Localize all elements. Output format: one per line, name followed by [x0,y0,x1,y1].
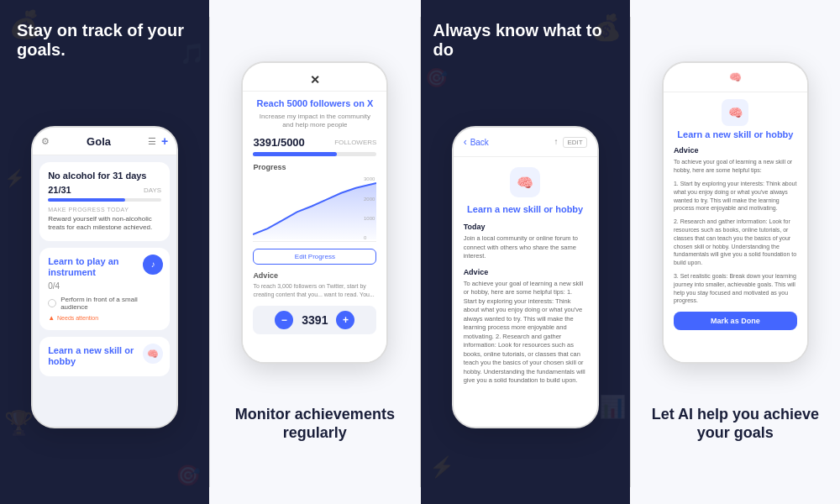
p1-add-icon[interactable]: + [161,134,168,148]
p3-header-actions: ↑ EDIT [554,137,586,148]
chart-label-1000: 1000 [364,216,375,221]
p2-followers-label: FOLLOWERS [334,139,376,146]
p2-advice-label: Advice [243,271,386,280]
chart-label-0: 0 [364,235,375,240]
panel-3: 💰 🎯 📊 ⚡ Always know what to do ‹ Back ↑ … [421,0,630,504]
p4-goal-title: Learn a new skill or hobby [664,129,807,139]
p1-music-icon: ♪ [143,255,163,275]
p1-progress-track [48,198,161,202]
app-container: 💰 🎵 🏆 🎯 ⚡ Stay on track of your goals. ⚙… [0,0,840,504]
p1-attention-row: ▲ Needs attention [48,314,161,322]
panel-1: 💰 🎵 🏆 🎯 ⚡ Stay on track of your goals. ⚙… [0,0,209,504]
p1-tip: Reward yourself with non-alcoholic treat… [48,215,161,233]
p2-goal-title: Reach 5000 followers on X [243,92,386,112]
p3-advice-text: To achieve your goal of learning a new s… [464,280,587,386]
p2-plus-btn[interactable]: + [336,311,354,329]
p4-advice-2: 2. Research and gather information: Look… [664,218,807,267]
p3-header: ‹ Back ↑ EDIT [454,128,597,157]
p4-mark-done-btn[interactable]: Mark as Done [674,312,797,330]
p3-goal-icon: 🧠 [510,167,540,197]
panel2-headline: Monitor achievements regularly [210,406,419,442]
panel3-phone: ‹ Back ↑ EDIT 🧠 Learn a new skill or hob… [452,126,599,428]
p3-back-label: Back [470,138,489,147]
p4-goal-icon: 🧠 [722,99,748,126]
panel2-phone: ✕ Reach 5000 followers on X Increase my … [241,61,388,364]
p2-x-icon: ✕ [310,73,320,87]
p1-title: Gola [87,135,111,148]
p1-alert-icon: ▲ [48,314,55,322]
p2-progress-label: Progress [243,163,386,171]
p3-edit-btn[interactable]: EDIT [563,137,586,148]
p1-make-progress-label: MAKE PROGRESS TODAY [48,207,161,213]
p2-chart: 3000 2000 1000 0 [253,175,376,242]
p1-header: ⚙ Gola ☰ + [33,128,176,155]
p1-card-instrument: ♪ Learn to play an instrument 0/4 Perfor… [39,248,170,330]
p2-minus-btn[interactable]: − [275,311,293,329]
p1-alcohol-progress: 21/31 DAYS [48,185,161,195]
p4-scroll: 🧠 🧠 Learn a new skill or hobby Advice To… [664,63,807,362]
p3-today-text: Join a local community or online forum t… [464,234,587,261]
panel4-headline: Let AI help you achieve your goals [631,406,840,442]
p3-today-label: Today [464,223,587,231]
panel1-headline: Stay on track of your goals. [0,21,209,60]
p4-advice-label: Advice [664,146,807,155]
p4-header: 🧠 [664,63,807,92]
p1-header-icons: ☰ + [148,134,168,148]
panel-2: ✕ Reach 5000 followers on X Increase my … [210,0,419,504]
p1-list-icon[interactable]: ☰ [148,136,156,147]
panel3-headline: Always know what to do [421,21,630,60]
p2-counter-row: − 3391 + [253,306,376,334]
p3-chevron-left-icon: ‹ [464,136,467,148]
p4-advice-3: 3. Set realistic goals: Break down your … [664,272,807,305]
panel-4: 🧠 🧠 Learn a new skill or hobby Advice To… [631,0,840,504]
p2-counter-value: 3391 [302,313,328,327]
p1-todo-item: Perform in front of a small audience [48,296,161,311]
p2-goal-subtitle: Increase my impact in the community and … [243,113,386,137]
p3-share-icon[interactable]: ↑ [554,137,558,148]
p2-advice-text: To reach 3,000 followers on Twitter, sta… [243,282,386,299]
panel1-phone: ⚙ Gola ☰ + No alcohol for 31 days 21/31 … [31,126,178,428]
p2-stats-row: 3391/5000 FOLLOWERS [243,136,386,149]
p1-todo-label: Perform in front of a small audience [60,296,161,311]
p1-gear-icon[interactable]: ⚙ [41,136,50,147]
p1-alcohol-title: No alcohol for 31 days [48,171,161,181]
p3-content: 🧠 Learn a new skill or hobby Today Join … [454,157,597,402]
p3-advice-label: Advice [464,268,587,276]
chart-label-3000: 3000 [364,176,375,181]
p1-card-skill: 🧠 Learn a new skill or hobby [39,337,170,375]
p1-progress-fill [48,198,125,202]
p2-edit-btn[interactable]: Edit Progress [253,249,376,265]
panel4-phone: 🧠 🧠 Learn a new skill or hobby Advice To… [662,61,809,364]
p2-progress-fill [253,152,337,156]
p2-progress-track [253,152,376,156]
p3-back-btn[interactable]: ‹ Back [464,136,489,148]
p2-chart-svg [253,175,376,241]
p2-header: ✕ [243,63,386,92]
p4-advice-1: 1. Start by exploring your interests: Th… [664,180,807,213]
p1-card-alcohol: No alcohol for 31 days 21/31 DAYS MAKE P… [39,162,170,241]
p1-todo-checkbox[interactable] [48,299,56,307]
p4-advice-intro: To achieve your goal of learning a new s… [664,158,807,175]
p4-header-icon: 🧠 [729,71,742,83]
p1-instrument-count: 0/4 [48,281,161,291]
p3-goal-title: Learn a new skill or hobby [464,204,587,214]
p1-alcohol-count: 21/31 [48,185,71,195]
p2-stats-number: 3391/5000 [253,136,304,149]
p1-attention-label: Needs attention [57,315,98,321]
p1-days-label: DAYS [144,186,161,194]
chart-label-2000: 2000 [364,197,375,202]
